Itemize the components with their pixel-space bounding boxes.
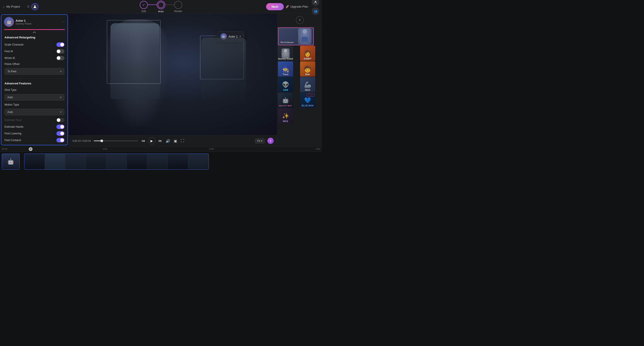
char-desi-label: DESI [300,89,315,91]
ruler-mark-1: 0:01 [103,148,107,150]
char-card-beasty-bot[interactable]: 🤖 BEASTY BOT [278,93,293,108]
add-character-button[interactable]: + [296,16,304,24]
motion-type-row: Motion Type [4,102,64,107]
char-card-desi[interactable]: 🦾 DESI [300,77,315,92]
motion-type-dropdown[interactable]: Auto ▾ [4,109,64,115]
ruler-mark-0: 00:00 [2,148,8,150]
shot-type-value: Auto [8,96,13,99]
timeline-area: 00:00 0:01 0:02 0:03 🤖 [0,146,322,173]
step-actor-circle [157,1,165,9]
timeline-playhead[interactable] [30,147,31,152]
fit-chevron: ▾ [261,140,262,142]
actor-info: Actor 1 Dummy Robot [16,19,60,25]
info-button[interactable]: ℹ [268,138,274,144]
track-frame-6 [147,154,168,170]
progress-thumb [100,140,103,142]
feet-ik-row: Feet IK [4,48,64,55]
advanced-retargeting-section: Advanced Retargeting Scale Character Fee… [1,34,68,78]
ruler-mark-2: 0:02 [209,148,214,150]
actor-subtitle: Dummy Robot [16,22,60,25]
actor-avatar: 🤖 [4,17,14,27]
track-frame-0 [24,154,45,170]
step-render[interactable]: Render [174,1,182,12]
scale-character-row: Scale Character [4,41,64,48]
track-frame-8 [188,154,209,170]
sidebar: 🤖 Actor 1 Dummy Robot ⋯ Advanced Retarge… [1,14,68,145]
feet-ik-toggle[interactable] [56,49,64,54]
motion-type-value: Auto [8,111,13,114]
upgrade-button[interactable]: 🚀 Upgrade Plan [286,5,308,8]
char-toast-label: Toast [278,73,293,76]
char-card-nice[interactable]: ✨ NICE [278,108,293,123]
play-button[interactable]: ▶ [148,137,156,145]
to-feet-dropdown[interactable]: To Feet ▾ [4,68,64,75]
char-card-dummy-robot[interactable]: dummy Robot [278,46,293,61]
shot-type-dropdown[interactable]: Auto ▾ [4,94,64,101]
char-beasty-bot-label: BEASTY BOT [278,105,293,107]
menu-icon[interactable]: ☰ [27,5,30,8]
user-avatar-button[interactable] [31,3,38,10]
home-icon[interactable]: ⌂ [3,5,4,8]
character-panel: + The Professor d [277,13,322,146]
feet-contacts-row: Feet Contacts [4,137,64,144]
feet-lowering-toggle[interactable] [56,131,64,136]
char-blue-man-label: BLUE MAN [300,104,315,107]
timeline-track[interactable] [24,154,209,170]
fullscreen-button[interactable]: ⛶ [180,138,185,143]
estimate-face-toggle [56,118,64,122]
step-edit[interactable]: Edit [140,1,148,12]
char-card-toast[interactable]: 🧙 Toast [278,61,293,77]
video-canvas: 🤖 Actor 1 ▾ [69,13,277,135]
char-card-sandy[interactable]: 👩 SANDY [300,46,315,61]
feet-contacts-label: Feet Contacts [4,139,21,142]
playhead-circle [29,147,32,151]
workflow-steps: Edit Actor Render [140,1,182,13]
fit-dropdown[interactable]: Fit ▾ [255,138,265,144]
timeline-track-area: 🤖 [0,152,322,173]
collapse-button[interactable] [1,31,68,34]
ruler-mark-3: 0:03 [316,148,320,150]
video-frame: 🤖 Actor 1 ▾ [69,13,277,135]
char-card-bob[interactable]: 🧒 Bob [300,61,315,77]
shot-type-label: Shot Type [4,88,16,92]
to-feet-value: To Feet [8,70,16,73]
wrists-ik-toggle[interactable] [56,56,64,60]
timeline-ruler: 00:00 0:01 0:02 0:03 [0,147,322,152]
feet-contacts-toggle[interactable] [56,138,64,142]
scale-character-toggle[interactable] [56,42,64,47]
wrists-ik-row: Wrists IK [4,55,64,61]
user-profile-icon[interactable] [312,0,319,6]
feet-lowering-label: Feet Lowering [4,132,22,135]
step-edit-label: Edit [142,10,146,12]
aspect-ratio-button[interactable]: ▣ [173,138,178,144]
rocket-icon: 🚀 [286,5,289,8]
pelvis-offset-label: Pelvis Offset [4,62,20,66]
svg-point-1 [315,1,316,2]
skip-forward-button[interactable]: ⏭ [158,138,162,143]
track-frame-3 [86,154,106,170]
shot-type-chevron: ▾ [60,96,62,99]
volume-button[interactable]: 🔊 [165,138,170,144]
estimate-hands-row: Estimate Hands [4,123,64,130]
estimate-hands-toggle[interactable] [56,125,64,129]
char-nice-label: NICE [278,120,293,123]
char-card-blue-man[interactable]: SOON 💙 BLUE MAN [300,93,315,108]
step-edit-circle [140,1,148,9]
fit-label: Fit [258,140,260,142]
char-card-sam[interactable]: 👽 SAM [278,77,293,92]
actor-more-menu[interactable]: ⋯ [62,20,65,23]
user-friends-icon[interactable]: 👥 [312,7,319,15]
next-button[interactable]: Next [266,3,284,10]
step-connector-2 [165,4,174,5]
skip-back-button[interactable]: ⏮ [141,138,146,143]
progress-bar[interactable] [94,140,138,141]
step-actor[interactable]: Actor [157,1,165,13]
track-frame-4 [106,154,127,170]
motion-type-chevron: ▾ [60,111,62,114]
popup-chevron: ▾ [240,35,241,38]
step-render-label: Render [174,10,182,12]
char-sam-label: SAM [278,89,293,91]
char-card-professor[interactable]: The Professor [278,27,314,45]
actor-header: 🤖 Actor 1 Dummy Robot ⋯ [1,15,68,29]
scale-character-label: Scale Character [4,43,24,46]
